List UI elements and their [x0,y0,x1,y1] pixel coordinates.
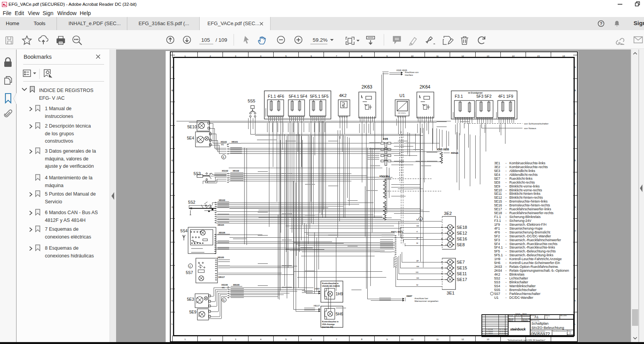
svg-text:Druck: Druck [509,315,514,317]
svg-text:Steuersich.-Rueckfahrscheinwer: Steuersich.-Rueckfahrscheinwerfer [509,238,561,242]
svg-text:U1: U1 [494,296,498,300]
svg-text:Norm: Norm [509,320,513,322]
svg-text:Abblendlicht-rechts: Abblendlicht-rechts [509,173,538,177]
svg-text:16: 16 [562,55,565,57]
svg-text:gr: gr [416,237,418,239]
svg-text:-: - [505,238,507,242]
svg-text:-: - [505,223,507,226]
svg-text:Anschluss von: Anschluss von [405,71,418,73]
svg-text:-: - [505,261,507,265]
svg-text:Anschluss fuer: Anschluss fuer [414,297,428,300]
svg-text:XB102: XB102 [233,170,239,172]
svg-text:4: 4 [260,338,262,341]
svg-text:SE15: SE15 [457,266,467,270]
svg-text:Blinklicht-vorne-rechts: Blinklicht-vorne-rechts [509,188,542,192]
svg-text:SE12: SE12 [457,231,467,235]
svg-text:11: 11 [436,55,439,57]
svg-text:10: 10 [411,55,414,57]
svg-text:Kontrolleuchte in: Kontrolleuchte in [322,320,339,323]
svg-text:5E16: 5E16 [494,203,502,207]
svg-text:-: - [505,219,507,223]
svg-text:-: - [505,230,507,234]
svg-text:5E18: 5E18 [494,211,502,215]
svg-text:F: F [574,183,576,185]
svg-text:Kombirueckleuchte-links: Kombirueckleuchte-links [509,161,545,165]
svg-text:Bremsleuchte-hinten-links: Bremsleuchte-hinten-links [509,199,548,203]
svg-text:Kammerer: Kammerer [522,315,530,317]
svg-text:9: 9 [386,55,388,57]
svg-text:5E7: 5E7 [494,177,500,181]
svg-text:-: - [505,169,507,173]
svg-text:B: B [574,89,576,92]
svg-text:5S4: 5S4 [494,284,500,288]
svg-text:2: 2 [210,55,211,57]
svg-text:Relais-Spannungseinschalt.-b.-: Relais-Spannungseinschalt.-b.-Optionen [509,269,569,272]
svg-text:-: - [505,177,507,181]
svg-text:E: E [574,159,576,162]
svg-text:X535 X855: X535 X855 [437,148,449,151]
svg-text:5F5: 5F5 [494,249,500,253]
svg-text:SE17: SE17 [457,277,467,282]
svg-text:2: 2 [210,338,211,341]
svg-text:8: 8 [361,55,363,57]
svg-text:XB87: XB87 [406,295,413,297]
svg-text:5: 5 [285,55,287,57]
svg-text:Bl: Bl [568,335,570,337]
svg-text:5F4.1 5F4: 5F4.1 5F4 [289,94,307,99]
svg-text:A1: A1 [534,315,539,319]
svg-text:H: H [171,230,173,232]
svg-text:Bremslichtschalter: Bremslichtschalter [509,288,536,292]
svg-text:XB107: XB107 [313,305,320,307]
svg-text:K: K [574,300,576,302]
svg-text:von Schluesselschalter: von Schluesselschalter [524,122,548,125]
svg-text:Ka: Ka [505,332,508,334]
svg-text:5E15: 5E15 [494,199,502,203]
svg-text:12: 12 [461,338,464,341]
svg-text:Aenderung: Aenderung [486,335,494,337]
svg-text:USA/ELSE-CHECK: USA/ELSE-CHECK [322,285,340,287]
svg-text:21W: 21W [445,244,448,246]
svg-text:ws: ws [416,277,419,279]
svg-text:Steuersich.-DC/DC-Wandler: Steuersich.-DC/DC-Wandler [509,234,551,238]
svg-text:Steuersicherung-Bremslicht: Steuersicherung-Bremslicht [509,230,550,234]
svg-text:3E1: 3E1 [494,161,500,165]
svg-text:11: 11 [436,338,439,341]
svg-text:-: - [505,292,507,296]
svg-text:5S7: 5S7 [186,270,193,275]
svg-text:-: - [505,276,507,280]
svg-text:-: - [505,184,507,188]
svg-text:-: - [505,173,507,177]
svg-text:Schaltplan: Schaltplan [531,321,548,325]
svg-text:XS102: XS102 [222,170,228,172]
svg-text:F1.1: F1.1 [494,215,501,219]
svg-text:USA-Anzeige: USA-Anzeige [322,323,335,325]
svg-text:-: - [505,272,507,276]
svg-text:Blinkschalter: Blinkschalter [509,280,528,284]
svg-text:3E2: 3E2 [444,211,452,216]
svg-text:Steuersich.-Elektroni-F/H: Steuersich.-Elektroni-F/H [509,223,546,226]
svg-text:-: - [505,203,507,207]
svg-text:U1: U1 [399,93,405,98]
svg-text:J: J [171,276,173,279]
svg-text:10: 10 [411,338,414,341]
svg-text:SE7: SE7 [457,260,465,264]
svg-text:c: c [190,265,191,267]
svg-text:Blinkrelais: Blinkrelais [509,272,524,276]
svg-text:9W: 9W [445,261,447,263]
svg-text:9: 9 [386,338,388,341]
svg-text:Status: Status [545,315,550,317]
svg-text:2: 2 [405,300,406,301]
svg-text:br: br [416,284,418,286]
svg-text:1H9: 1H9 [494,257,500,261]
svg-text:5F5.1: 5F5.1 [494,253,503,257]
svg-text:rt: rt [416,230,418,233]
svg-text:SE16: SE16 [457,237,467,241]
svg-text:XS101: XS101 [221,141,227,143]
svg-text:-: - [505,207,507,211]
svg-text:C: C [574,112,576,115]
svg-text:-: - [505,226,507,230]
svg-text:(nur bei JH): (nur bei JH) [322,326,333,328]
svg-text:5F2: 5F2 [494,234,500,238]
svg-text:-: - [505,296,507,300]
svg-text:?: ? [600,21,603,26]
